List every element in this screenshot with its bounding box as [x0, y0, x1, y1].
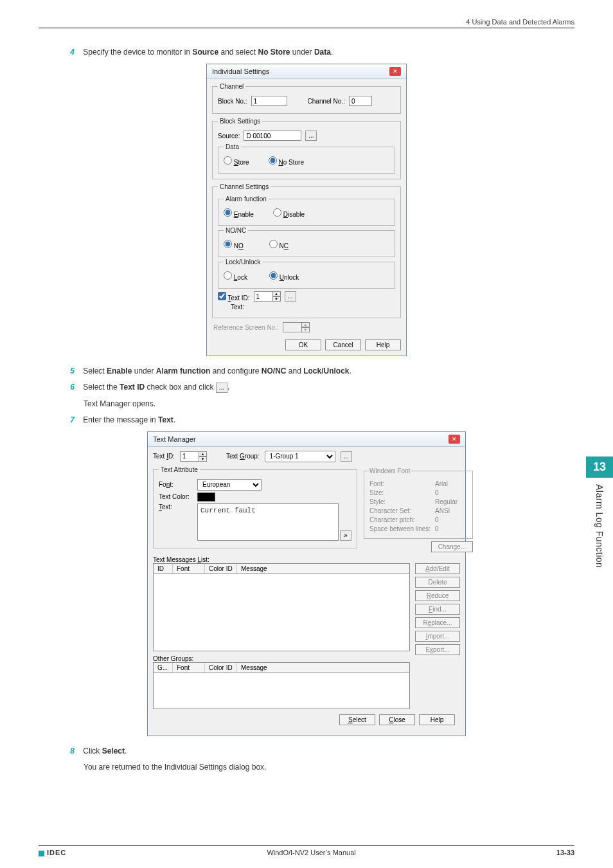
text-id-checkbox[interactable]: Text ID:	[218, 292, 250, 302]
add-edit-button[interactable]: Add/Edit	[415, 563, 460, 574]
brand-text: IDEC	[47, 849, 66, 856]
l: U	[280, 274, 284, 281]
text-id-value[interactable]	[254, 291, 273, 302]
page-number: 13-33	[556, 849, 574, 856]
l: Size:	[369, 489, 431, 496]
text-label: Text:	[159, 503, 193, 511]
legend: Block Settings	[218, 118, 262, 125]
export-button[interactable]: Export...	[415, 644, 460, 655]
no-radio[interactable]: NO	[224, 240, 244, 249]
close-button[interactable]: Close	[379, 714, 415, 725]
font-label: Font:	[159, 481, 193, 488]
dialog-title: Text Manager	[153, 435, 196, 443]
nonc-group: NO/NC NO NC	[218, 227, 395, 257]
change-button[interactable]: Change...	[431, 541, 473, 552]
step6-text: Select the Text ID check box and click .…	[83, 383, 229, 392]
other-groups-label: Other Groups:	[153, 655, 410, 662]
l: N	[280, 242, 284, 249]
t: Text ID	[120, 383, 145, 392]
l2: ock	[237, 274, 247, 281]
step8-text: Click Select.	[83, 746, 127, 755]
help-button[interactable]: Help	[419, 714, 455, 725]
messages-list-label: Text Messages List:	[153, 556, 460, 563]
step5-num: 5	[64, 365, 75, 377]
tm-textgroup-label: Text Group:	[226, 453, 260, 460]
other-list-header: G... Font Color ID Message	[153, 662, 410, 673]
step8-num: 8	[64, 745, 75, 757]
color-swatch[interactable]	[197, 493, 215, 502]
replace-button[interactable]: Replace...	[415, 617, 460, 628]
no-store-radio[interactable]: No Store	[269, 156, 304, 166]
dialog-title: Individual Settings	[212, 68, 269, 75]
t: Specify the device to monitor in	[83, 48, 192, 57]
expand-button[interactable]: »	[340, 530, 351, 541]
source-input[interactable]	[244, 131, 301, 141]
t: .	[331, 48, 333, 57]
tm-group-browse-button[interactable]: ...	[341, 451, 352, 462]
other-groups-list[interactable]	[153, 673, 410, 709]
text-input[interactable]: Current fault	[197, 503, 339, 541]
t: Data	[314, 48, 331, 57]
t: Text	[158, 415, 173, 424]
import-button[interactable]: Import...	[415, 631, 460, 642]
nc-radio[interactable]: NC	[269, 240, 289, 249]
cancel-button[interactable]: Cancel	[325, 339, 361, 350]
alarm-function-group: Alarm function Enable Disable	[218, 195, 395, 226]
step-8: 8 Click Select.	[64, 745, 574, 757]
tm-textid-spinner[interactable]: ▲▼	[180, 451, 207, 462]
help-button[interactable]: Help	[365, 339, 401, 350]
enable-radio[interactable]: Enable	[224, 208, 254, 218]
disable-radio[interactable]: Disable	[273, 208, 305, 218]
tm-textid-value[interactable]	[180, 451, 199, 462]
source-browse-button[interactable]: ...	[305, 131, 317, 141]
step6-note: Text Manager opens.	[84, 398, 574, 410]
text-id-browse-button[interactable]: ...	[285, 291, 296, 302]
l: Character pitch:	[369, 516, 431, 523]
find-button[interactable]: Find...	[415, 604, 460, 615]
text-label: Text:	[231, 303, 244, 311]
v: Regular	[435, 498, 458, 505]
unlock-radio[interactable]: Unlock	[269, 271, 299, 281]
step8-note: You are returned to the Individual Setti…	[84, 761, 574, 773]
lock-radio[interactable]: Lock	[224, 271, 247, 281]
store-radio[interactable]: Store	[224, 156, 249, 166]
v: 0	[435, 489, 439, 496]
legend: Windows Font	[369, 467, 410, 475]
t: Select	[102, 746, 125, 755]
t: under	[132, 366, 155, 375]
delete-button[interactable]: Delete	[415, 577, 460, 588]
ok-button[interactable]: OK	[285, 339, 321, 350]
col-id: ID	[154, 564, 173, 574]
manual-title: WindO/I-NV2 User’s Manual	[267, 849, 355, 856]
v: 0	[435, 516, 439, 523]
chapter-side-tab: 13 Alarm Log Function	[586, 457, 613, 574]
list-header: ID Font Color ID Message	[153, 563, 410, 574]
tm-textid-label: Text ID:	[153, 453, 175, 460]
text-attribute-group: Text Attribute Font: European Text Color…	[153, 466, 357, 548]
font-select[interactable]: European	[197, 479, 262, 491]
select-button[interactable]: Select	[339, 714, 375, 725]
t: Alarm function	[156, 366, 211, 375]
t: .	[227, 383, 229, 392]
col-g: G...	[154, 663, 173, 673]
step4-num: 4	[64, 46, 75, 59]
close-icon[interactable]: ✕	[449, 435, 460, 444]
t: and select	[218, 48, 258, 57]
l2: nlock	[284, 274, 299, 281]
text-id-spinner[interactable]: ▲▼	[254, 291, 281, 302]
data-group: Data Store No Store	[218, 143, 395, 174]
step-6: 6 Select the Text ID check box and click…	[64, 381, 574, 393]
col-colorid: Color ID	[205, 663, 237, 673]
step7-text: Enter the message in Text.	[83, 415, 175, 424]
chapter-label: Alarm Log Function	[594, 478, 605, 574]
l2: tore	[238, 159, 249, 166]
chapter-header: 4 Using Data and Detected Alarms	[39, 18, 574, 28]
col-message: Message	[237, 564, 409, 574]
close-icon[interactable]: ✕	[389, 67, 401, 76]
reduce-button[interactable]: Reduce	[415, 590, 460, 601]
tm-textgroup-select[interactable]: 1-Group 1	[265, 451, 335, 462]
messages-list[interactable]	[153, 574, 410, 651]
text-manager-dialog: Text Manager ✕ Text ID: ▲▼ Text Group: 1…	[147, 431, 466, 736]
legend: Text Attribute	[159, 466, 200, 473]
step6-num: 6	[64, 381, 75, 393]
